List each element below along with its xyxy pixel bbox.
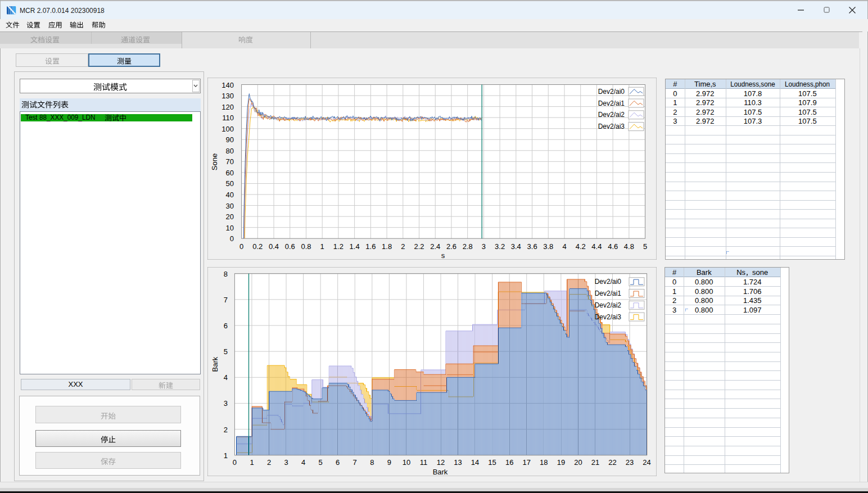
svg-text:20: 20 (226, 212, 234, 221)
svg-text:4.8: 4.8 (624, 242, 634, 251)
svg-text:Bark: Bark (433, 468, 448, 476)
svg-text:1: 1 (250, 458, 254, 467)
svg-text:11: 11 (420, 458, 428, 467)
svg-text:Bark: Bark (211, 356, 219, 372)
svg-text:1: 1 (224, 451, 228, 460)
svg-text:Dev2/ai1: Dev2/ai1 (595, 290, 622, 297)
svg-text:22: 22 (608, 458, 616, 467)
svg-text:0: 0 (239, 242, 243, 251)
svg-text:13: 13 (454, 458, 462, 467)
svg-text:2.2: 2.2 (414, 242, 424, 251)
svg-text:17: 17 (523, 458, 531, 467)
svg-text:0.8: 0.8 (301, 242, 311, 251)
svg-text:18: 18 (540, 458, 548, 467)
svg-text:4.6: 4.6 (608, 242, 618, 251)
svg-text:0.6: 0.6 (285, 242, 295, 251)
svg-text:60: 60 (226, 169, 234, 177)
svg-text:5: 5 (319, 458, 323, 467)
svg-text:15: 15 (488, 458, 496, 467)
svg-text:0: 0 (230, 234, 234, 243)
svg-text:70: 70 (226, 157, 234, 166)
svg-text:90: 90 (226, 135, 234, 144)
svg-text:3.6: 3.6 (527, 242, 537, 251)
svg-text:3.2: 3.2 (495, 242, 505, 251)
svg-text:7: 7 (224, 296, 228, 304)
svg-text:1: 1 (320, 242, 324, 251)
svg-text:16: 16 (505, 458, 513, 467)
svg-text:24: 24 (643, 458, 650, 467)
svg-text:120: 120 (221, 103, 234, 111)
svg-text:2.4: 2.4 (430, 242, 440, 251)
svg-text:3.4: 3.4 (511, 242, 521, 251)
svg-text:Dev2/ai0: Dev2/ai0 (598, 88, 625, 96)
svg-text:Dev2/ai3: Dev2/ai3 (595, 313, 622, 321)
svg-text:1.2: 1.2 (333, 242, 343, 251)
svg-text:2.8: 2.8 (463, 242, 473, 251)
svg-text:9: 9 (387, 458, 391, 467)
svg-text:2: 2 (267, 458, 271, 467)
svg-text:0: 0 (233, 458, 237, 467)
svg-text:4: 4 (562, 242, 566, 251)
svg-text:6: 6 (224, 322, 228, 330)
svg-text:Dev2/ai2: Dev2/ai2 (598, 111, 625, 119)
svg-text:3: 3 (224, 399, 228, 408)
svg-text:Dev2/ai3: Dev2/ai3 (598, 123, 625, 130)
svg-text:20: 20 (574, 458, 582, 467)
svg-text:130: 130 (221, 92, 234, 100)
svg-text:Dev2/ai0: Dev2/ai0 (595, 278, 622, 286)
svg-text:4.2: 4.2 (576, 242, 586, 251)
svg-text:4.4: 4.4 (591, 242, 602, 251)
svg-text:s: s (441, 251, 445, 260)
svg-text:7: 7 (353, 458, 357, 467)
svg-text:Dev2/ai1: Dev2/ai1 (598, 99, 625, 107)
svg-text:0.2: 0.2 (252, 242, 263, 251)
svg-text:50: 50 (226, 179, 234, 188)
svg-text:5: 5 (643, 242, 647, 251)
svg-text:110: 110 (222, 114, 234, 122)
svg-text:3.8: 3.8 (543, 242, 553, 251)
svg-text:80: 80 (226, 147, 234, 155)
svg-text:10: 10 (403, 458, 410, 467)
svg-text:100: 100 (221, 125, 234, 133)
svg-text:1.6: 1.6 (365, 242, 376, 251)
svg-text:140: 140 (221, 81, 234, 89)
svg-text:10: 10 (226, 224, 234, 232)
svg-text:40: 40 (226, 191, 234, 199)
svg-text:5: 5 (224, 347, 228, 356)
svg-text:8: 8 (370, 458, 374, 467)
svg-text:Dev2/ai2: Dev2/ai2 (595, 301, 622, 309)
svg-text:Sone: Sone (210, 153, 219, 170)
svg-text:14: 14 (471, 458, 479, 467)
svg-text:4: 4 (301, 458, 305, 467)
svg-text:2: 2 (401, 242, 405, 251)
svg-text:2.6: 2.6 (446, 242, 456, 251)
svg-text:30: 30 (226, 202, 234, 210)
svg-text:12: 12 (437, 458, 445, 467)
svg-text:2: 2 (224, 426, 228, 434)
svg-text:3: 3 (284, 458, 288, 467)
svg-text:6: 6 (336, 458, 340, 467)
svg-text:8: 8 (224, 270, 228, 278)
svg-text:19: 19 (557, 458, 565, 467)
svg-text:1.4: 1.4 (350, 242, 360, 251)
svg-text:0.4: 0.4 (269, 242, 279, 251)
svg-text:21: 21 (591, 458, 599, 467)
svg-text:23: 23 (626, 458, 634, 467)
svg-text:1.8: 1.8 (382, 242, 392, 251)
svg-text:4: 4 (224, 373, 228, 382)
svg-text:3: 3 (482, 242, 486, 251)
